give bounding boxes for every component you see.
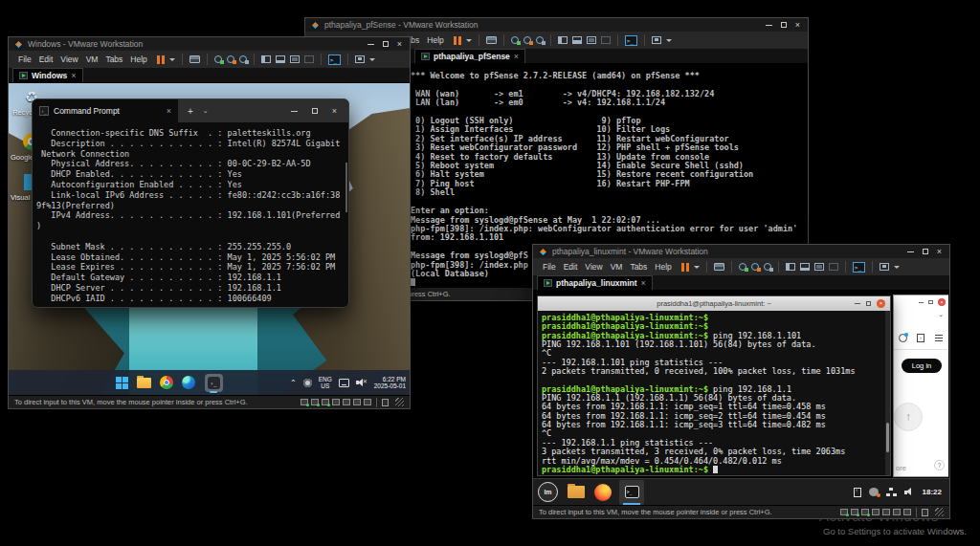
close-button[interactable]: × [937, 249, 942, 255]
dropdown-caret-icon[interactable] [466, 39, 472, 42]
menu-view[interactable]: View [56, 55, 81, 64]
menu-icon[interactable] [935, 335, 943, 341]
network-adapter-2-icon[interactable] [332, 399, 340, 405]
send-ctrl-alt-del-icon[interactable] [714, 263, 724, 271]
terminal-taskbar-icon[interactable] [204, 372, 223, 393]
chevron-down-icon[interactable]: ⌄ [938, 311, 944, 318]
dropdown-caret-icon[interactable] [694, 266, 700, 269]
hard-disk-icon[interactable] [301, 399, 308, 405]
terminal-tab[interactable]: Command Prompt × [33, 99, 178, 122]
vmware-window-linuxmint[interactable]: pthapaliya_linuxmint - VMware Workstatio… [532, 244, 950, 519]
terminal-output[interactable]: prasiddha1@pthapaliya-linuxmint:~$prasid… [538, 311, 890, 475]
menu-file[interactable]: File [14, 55, 35, 64]
close-button[interactable]: × [795, 22, 800, 29]
dropdown-caret-icon[interactable] [894, 266, 900, 269]
tab-windows[interactable]: Windows × [12, 68, 83, 82]
menu-edit[interactable]: Edit [35, 55, 57, 64]
terminal-titlebar[interactable]: prasiddha1@pthapaliya-linuxmint: ~ × [538, 296, 890, 311]
sound-device-icon[interactable] [893, 509, 901, 515]
audio-applet-icon[interactable] [869, 488, 879, 496]
maximize-button[interactable] [923, 249, 928, 254]
scrollbar[interactable] [345, 163, 347, 212]
network-adapter-icon[interactable] [322, 399, 329, 405]
network-icon[interactable] [886, 488, 897, 496]
show-library-icon[interactable] [558, 36, 568, 44]
send-ctrl-alt-del-icon[interactable] [189, 55, 200, 63]
touch-keyboard-icon[interactable] [339, 379, 349, 387]
send-ctrl-alt-del-icon[interactable] [486, 36, 497, 44]
close-button[interactable]: × [938, 298, 946, 306]
cmd-output[interactable]: Connection-specific DNS Suffix . : palet… [33, 122, 348, 307]
tray-overflow-chevron[interactable]: ⌃ [290, 379, 297, 387]
maximize-button[interactable] [383, 41, 389, 47]
snapshot-revert-icon[interactable] [227, 55, 234, 63]
unity-mode-icon[interactable] [601, 36, 611, 44]
fullscreen-icon[interactable] [290, 55, 300, 63]
login-button[interactable]: Log in [902, 359, 942, 373]
fullscreen-icon[interactable] [814, 263, 824, 271]
cd-dvd-icon[interactable] [311, 399, 319, 405]
pause-icon[interactable] [454, 36, 461, 45]
show-thumbnail-bar-icon[interactable] [800, 263, 810, 271]
titlebar[interactable]: pthapaliya_linuxmint - VMware Workstatio… [533, 245, 949, 258]
snapshot-revert-icon[interactable] [751, 263, 759, 271]
panel-clock[interactable]: 18:22 [923, 488, 942, 496]
dropdown-caret-icon[interactable] [666, 39, 672, 42]
terminal-taskbar-icon[interactable]: >_ [619, 480, 644, 505]
snapshot-manager-icon[interactable] [764, 263, 771, 271]
network-adapter-icon[interactable] [861, 509, 869, 515]
tab-dropdown-icon[interactable] [203, 107, 209, 115]
browser-window[interactable]: × ⌄ ↑ Log in ↑ ore ? [893, 295, 948, 477]
edge-icon[interactable] [182, 376, 195, 389]
unity-mode-icon[interactable] [304, 55, 314, 63]
resize-grip[interactable] [935, 508, 944, 516]
pause-icon[interactable] [681, 263, 689, 272]
start-button[interactable] [116, 377, 128, 389]
volume-muted-icon[interactable] [356, 379, 368, 387]
console-view-icon[interactable] [328, 55, 341, 65]
chrome-taskbar-icon[interactable] [160, 376, 173, 389]
command-prompt-window[interactable]: Command Prompt × × Connection-specific D… [32, 98, 349, 308]
volume-icon[interactable] [904, 488, 915, 496]
printer-icon[interactable] [364, 399, 371, 405]
menu-vm[interactable]: VM [607, 262, 627, 272]
network-adapter-2-icon[interactable] [872, 509, 880, 515]
mint-terminal-window[interactable]: prasiddha1@pthapaliya-linuxmint: ~ × pra… [537, 295, 891, 476]
taskbar-clock[interactable]: 6:22 PM 2025-05-01 [374, 376, 406, 390]
console-view-icon[interactable] [853, 262, 865, 273]
snapshot-take-icon[interactable] [511, 36, 519, 44]
minimize-button[interactable] [368, 44, 374, 45]
console-view-icon[interactable] [625, 35, 637, 46]
help-button[interactable]: ? [934, 460, 945, 470]
tab-close-icon[interactable]: × [167, 106, 171, 116]
snapshot-take-icon[interactable] [214, 55, 222, 63]
scroll-up-button[interactable]: ↑ [894, 403, 923, 431]
minimize-button[interactable] [766, 25, 772, 26]
show-library-icon[interactable] [261, 55, 271, 63]
maximize-button[interactable] [781, 22, 787, 28]
tab-close-icon[interactable]: × [514, 52, 519, 61]
fit-guest-icon[interactable] [652, 36, 661, 44]
minimize-button[interactable] [855, 303, 860, 304]
fit-guest-icon[interactable] [355, 55, 365, 63]
minimize-button[interactable] [919, 302, 924, 303]
snapshot-take-icon[interactable] [739, 263, 746, 271]
cd-dvd-icon[interactable] [851, 509, 858, 515]
printer-icon[interactable] [903, 509, 911, 515]
show-library-icon[interactable] [786, 263, 795, 271]
language-indicator[interactable]: ENG US [319, 376, 332, 389]
titlebar[interactable]: pthapaliya_pfSense - VMware Workstation … [305, 18, 808, 32]
account-icon[interactable] [899, 334, 907, 342]
pause-icon[interactable] [157, 55, 165, 64]
snapshot-revert-icon[interactable] [523, 36, 531, 44]
minimize-button[interactable] [907, 251, 914, 252]
minimize-button[interactable] [291, 111, 298, 112]
fullscreen-icon[interactable] [587, 36, 596, 44]
mint-menu-button[interactable]: lm [538, 482, 558, 502]
share-icon[interactable]: ↑ [917, 334, 924, 342]
tab-close-icon[interactable]: × [641, 278, 646, 288]
menu-help[interactable]: Help [651, 262, 675, 272]
menu-tabs[interactable]: Tabs [101, 55, 126, 64]
usb-device-icon[interactable] [343, 399, 350, 405]
sound-device-icon[interactable] [353, 399, 361, 405]
